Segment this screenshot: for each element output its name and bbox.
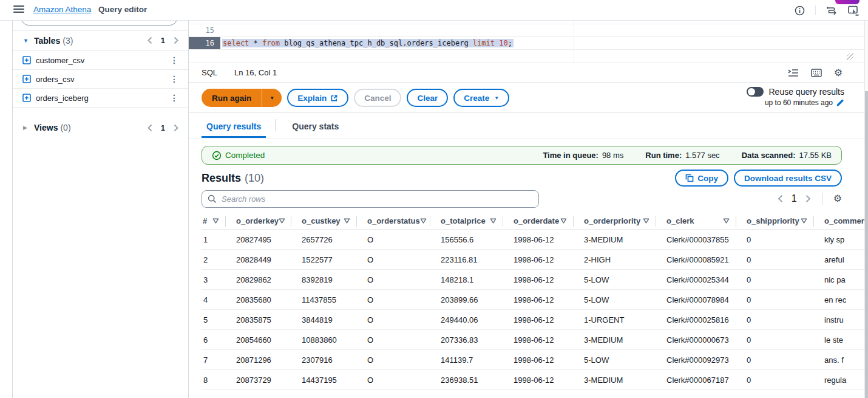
info-icon[interactable] [795, 5, 805, 16]
views-section-header[interactable]: ▶ Views (0) 1 [13, 117, 188, 138]
views-prev-page-icon[interactable] [147, 124, 152, 132]
stat-label: Run time: [645, 151, 682, 160]
table-column-header[interactable]: # [202, 216, 226, 227]
copy-button[interactable]: Copy [675, 170, 728, 187]
query-status-banner: Completed Time in queue:98 ms Run time:1… [202, 146, 842, 165]
demo-window-icon[interactable] [848, 5, 860, 16]
table-name[interactable]: orders_csv [36, 75, 75, 84]
table-cell: 5 [202, 315, 226, 324]
format-query-icon[interactable] [788, 69, 799, 77]
search-rows-input[interactable] [202, 190, 539, 208]
tables-next-page-icon[interactable] [174, 36, 178, 44]
scrollbar-thumb[interactable] [865, 91, 868, 398]
table-cell: instru [814, 315, 864, 324]
column-name: # [203, 216, 207, 225]
table-add-icon[interactable] [22, 75, 31, 83]
table-add-icon[interactable] [22, 94, 31, 102]
table-column-header[interactable]: o_shippriority [736, 216, 814, 227]
editor-resize-handle[interactable] [847, 53, 853, 60]
cancel-button[interactable]: Cancel [354, 89, 401, 107]
table-cell: 4 [202, 295, 226, 304]
sidebar-table-item[interactable]: orders_csv ⋮ [13, 70, 188, 89]
sidebar-table-item[interactable]: orders_iceberg ⋮ [13, 89, 188, 108]
results-preferences-gear-icon[interactable]: ⚙ [833, 194, 842, 204]
line-number: 14 [189, 21, 220, 24]
table-header-row: # o_orderkey o_custkey o_orderstatus o_t… [202, 213, 864, 230]
column-filter-icon[interactable] [643, 218, 649, 224]
column-filter-icon[interactable] [723, 218, 730, 224]
tables-list: customer_csv ⋮ orders_csv ⋮ orders_icebe… [13, 51, 188, 108]
table-column-header[interactable]: o_comment [814, 216, 864, 227]
tab-query-results[interactable]: Query results [202, 114, 266, 138]
table-row: 5208358753844819O249440.061998-06-121-UR… [202, 310, 864, 330]
tab-query-stats[interactable]: Query stats [287, 114, 344, 138]
kebab-menu-icon[interactable]: ⋮ [168, 93, 181, 103]
line-number: 15 [189, 24, 220, 36]
expand-triangle-icon[interactable]: ▼ [23, 38, 34, 44]
copy-icon [685, 174, 694, 182]
reuse-results-toggle[interactable] [747, 87, 764, 97]
hamburger-menu-icon[interactable] [13, 5, 24, 14]
tables-prev-page-icon[interactable] [147, 36, 152, 44]
create-button[interactable]: Create ▼ [453, 89, 509, 107]
table-cell: 14437195 [291, 376, 357, 385]
table-add-icon[interactable] [22, 56, 31, 64]
column-filter-icon[interactable] [490, 218, 497, 224]
table-cell: Clerk#000067187 [656, 376, 736, 385]
table-name[interactable]: customer_csv [36, 56, 84, 65]
views-next-page-icon[interactable] [174, 124, 178, 132]
table-row: 42083568011437855O203899.661998-06-125-L… [202, 290, 864, 310]
sql-editor[interactable]: 14 15 16 select * from blog_qs_athena_tp… [189, 21, 864, 63]
sidebar-search-input[interactable] [21, 21, 177, 26]
clear-button[interactable]: Clear [407, 89, 448, 107]
table-column-header[interactable]: o_orderpriority [574, 216, 656, 227]
keyboard-shortcuts-icon[interactable] [811, 69, 822, 77]
table-name[interactable]: orders_iceberg [36, 94, 89, 103]
table-cell: 0 [736, 376, 814, 385]
table-cell: 20829862 [226, 275, 291, 284]
table-cell: 20871296 [226, 355, 291, 365]
results-next-page-icon[interactable] [805, 194, 811, 203]
table-cell: 236938.51 [430, 376, 503, 385]
editor-line: 15 [189, 24, 864, 37]
query-toolbar: Run again ▼ Explain Cancel Clear Create … [189, 83, 864, 113]
column-name: o_orderkey [236, 216, 279, 225]
column-name: o_orderstatus [367, 216, 420, 225]
table-column-header[interactable]: o_orderkey [226, 216, 291, 227]
run-again-button[interactable]: Run again ▼ [202, 89, 282, 107]
results-table: # o_orderkey o_custkey o_orderstatus o_t… [202, 213, 864, 398]
table-cell: 1998-06-12 [503, 355, 574, 365]
table-cell: O [357, 255, 430, 264]
run-options-caret-icon[interactable]: ▼ [262, 89, 282, 107]
table-column-header[interactable]: o_orderdate [503, 216, 574, 227]
stat-value: 17.55 KB [799, 151, 832, 160]
column-filter-icon[interactable] [801, 218, 807, 224]
table-column-header[interactable]: o_clerk [656, 216, 736, 227]
table-column-header[interactable]: o_orderstatus [357, 216, 430, 227]
column-filter-icon[interactable] [212, 218, 219, 224]
query-results-panel: Completed Time in queue:98 ms Run time:1… [189, 139, 864, 398]
table-cell: 11437855 [291, 295, 357, 304]
breadcrumb-amazon-athena-link[interactable]: Amazon Athena [33, 5, 91, 14]
tables-section-header[interactable]: ▼ Tables (3) 1 [13, 30, 188, 51]
editor-settings-gear-icon[interactable]: ⚙ [834, 68, 843, 78]
column-filter-icon[interactable] [279, 218, 285, 224]
download-results-csv-button[interactable]: Download results CSV [734, 170, 842, 187]
kebab-menu-icon[interactable]: ⋮ [168, 74, 181, 84]
table-cell: 3-MEDIUM [574, 376, 656, 385]
column-filter-icon[interactable] [420, 218, 427, 224]
results-prev-page-icon[interactable] [778, 194, 783, 203]
explain-button[interactable]: Explain [287, 89, 348, 107]
table-cell: 1998-06-12 [503, 255, 574, 264]
column-filter-icon[interactable] [344, 218, 350, 224]
collapsed-triangle-icon[interactable]: ▶ [23, 125, 34, 131]
vertical-scrollbar[interactable] [864, 21, 868, 398]
sidebar-table-item[interactable]: customer_csv ⋮ [13, 51, 188, 70]
edit-pencil-icon[interactable] [836, 98, 844, 107]
process-flow-icon[interactable] [826, 5, 838, 15]
table-column-header[interactable]: o_custkey [291, 216, 357, 227]
banner-stat: Run time:1.577 sec [645, 151, 719, 160]
table-column-header[interactable]: o_totalprice [430, 216, 503, 227]
kebab-menu-icon[interactable]: ⋮ [168, 55, 181, 65]
column-filter-icon[interactable] [560, 218, 567, 224]
